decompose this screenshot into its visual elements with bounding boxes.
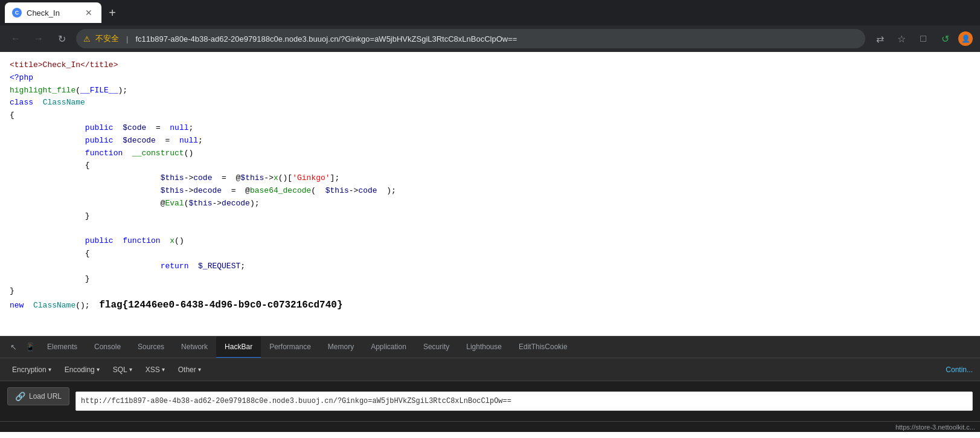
code-line: return $_REQUEST; bbox=[10, 260, 970, 273]
sql-dropdown[interactable]: SQL ▾ bbox=[108, 363, 137, 376]
code-line: @Eval($this->decode); bbox=[10, 198, 970, 210]
code-line: $this->decode = @base64_decode( $this->c… bbox=[10, 185, 970, 198]
refresh-button[interactable]: ↻ bbox=[53, 30, 70, 47]
hackbar-toolbar: Encryption ▾ Encoding ▾ SQL ▾ XSS ▾ Othe… bbox=[0, 358, 980, 381]
code-line: class ClassName bbox=[10, 97, 970, 109]
tab-memory[interactable]: Memory bbox=[319, 337, 362, 358]
code-line: function __construct() bbox=[10, 147, 970, 160]
code-line bbox=[10, 222, 970, 235]
translate-icon[interactable]: ⇄ bbox=[871, 30, 888, 47]
encoding-dropdown[interactable]: Encoding ▾ bbox=[60, 363, 104, 376]
security-warning-icon: ⚠ bbox=[83, 34, 91, 43]
xss-dropdown[interactable]: XSS ▾ bbox=[141, 363, 170, 376]
hackbar-content: 🔗 Load URL bbox=[0, 381, 980, 421]
bookmark-icon[interactable]: ☆ bbox=[893, 30, 910, 47]
new-tab-button[interactable]: + bbox=[104, 4, 121, 21]
profile-avatar[interactable]: 👤 bbox=[958, 31, 973, 46]
code-line: $this->code = @$this->x()['Ginkgo']; bbox=[10, 172, 970, 185]
code-line: public $decode = null; bbox=[10, 135, 970, 147]
browser-actions: ⇄ ☆ □ ↺ 👤 bbox=[871, 30, 973, 47]
url-separator: | bbox=[126, 34, 128, 43]
code-line: public function x() bbox=[10, 235, 970, 248]
load-url-label: Load URL bbox=[29, 392, 62, 401]
update-icon[interactable]: ↺ bbox=[937, 30, 953, 47]
hackbar-url-input[interactable] bbox=[75, 391, 973, 411]
tab-hackbar[interactable]: HackBar bbox=[216, 337, 261, 358]
load-url-button[interactable]: 🔗 Load URL bbox=[7, 387, 69, 405]
insecure-label: 不安全 bbox=[95, 33, 119, 44]
load-url-icon: 🔗 bbox=[15, 391, 25, 401]
tab-elements[interactable]: Elements bbox=[39, 337, 86, 358]
code-line: { bbox=[10, 248, 970, 260]
status-bar: https://store-3.nettoolkit.c... bbox=[0, 421, 980, 432]
tab-title: Check_In bbox=[27, 8, 60, 18]
code-line: { bbox=[10, 159, 970, 172]
devtools-panel: ↖ 📱 Elements Console Sources Network Hac… bbox=[0, 336, 980, 432]
tab-network[interactable]: Network bbox=[173, 337, 216, 358]
code-line: <title>Check_In</title> bbox=[10, 59, 970, 72]
url-bar[interactable]: ⚠ 不安全 | fc11b897-a80e-4b38-ad62-20e97918… bbox=[76, 29, 865, 48]
browser-tab[interactable]: C Check_In ✕ bbox=[5, 2, 101, 23]
status-url-preview: https://store-3.nettoolkit.c... bbox=[895, 424, 975, 431]
code-line: { bbox=[10, 109, 970, 122]
extensions-icon[interactable]: □ bbox=[915, 30, 932, 47]
tab-application[interactable]: Application bbox=[362, 337, 415, 358]
other-dropdown[interactable]: Other ▾ bbox=[173, 363, 206, 376]
tab-close-btn[interactable]: ✕ bbox=[83, 7, 94, 18]
tab-lighthouse[interactable]: Lighthouse bbox=[458, 337, 510, 358]
sql-chevron-icon: ▾ bbox=[129, 366, 132, 373]
code-line: highlight_file(__FILE__); bbox=[10, 85, 970, 97]
encryption-dropdown[interactable]: Encryption ▾ bbox=[7, 363, 56, 376]
tab-console[interactable]: Console bbox=[86, 337, 129, 358]
url-text: fc11b897-a80e-4b38-ad62-20e979188c0e.nod… bbox=[135, 34, 517, 43]
forward-button[interactable]: → bbox=[30, 30, 47, 47]
address-bar: ← → ↻ ⚠ 不安全 | fc11b897-a80e-4b38-ad62-20… bbox=[0, 25, 980, 52]
device-mode-icon[interactable]: 📱 bbox=[22, 339, 39, 356]
tab-sources[interactable]: Sources bbox=[129, 337, 173, 358]
tab-editthiscookie[interactable]: EditThisCookie bbox=[510, 337, 576, 358]
page-content: <title>Check_In</title> <?php highlight_… bbox=[0, 52, 980, 336]
code-line: new ClassName(); flag{12446ee0-6438-4d96… bbox=[10, 298, 970, 314]
devtools-tabs: ↖ 📱 Elements Console Sources Network Hac… bbox=[0, 337, 980, 358]
encryption-chevron-icon: ▾ bbox=[48, 366, 51, 373]
tab-favicon: C bbox=[12, 8, 22, 18]
other-chevron-icon: ▾ bbox=[198, 366, 201, 373]
encoding-chevron-icon: ▾ bbox=[97, 366, 100, 373]
code-line: } bbox=[10, 210, 970, 223]
code-line: } bbox=[10, 273, 970, 286]
tab-bar: C Check_In ✕ + bbox=[5, 0, 121, 25]
inspector-cursor-icon[interactable]: ↖ bbox=[5, 339, 22, 356]
browser-chrome: C Check_In ✕ + bbox=[0, 0, 980, 25]
tab-security[interactable]: Security bbox=[415, 337, 458, 358]
xss-chevron-icon: ▾ bbox=[162, 366, 165, 373]
code-line: <?php bbox=[10, 72, 970, 85]
code-line: } bbox=[10, 285, 970, 298]
continue-button[interactable]: Contin... bbox=[946, 366, 973, 374]
tab-performance[interactable]: Performance bbox=[261, 337, 319, 358]
code-line: public $code = null; bbox=[10, 122, 970, 135]
back-button[interactable]: ← bbox=[7, 30, 24, 47]
